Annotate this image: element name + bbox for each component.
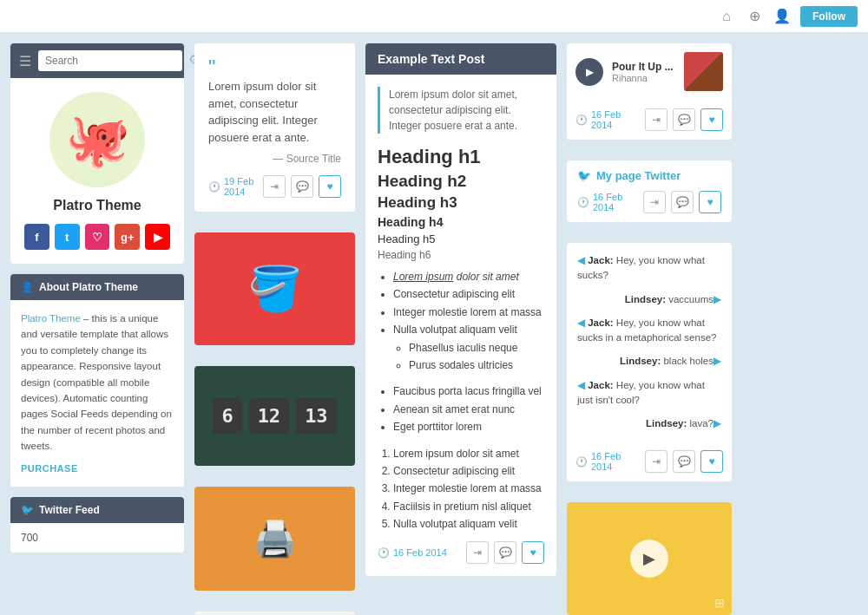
quote-card: " Lorem ipsum dolor sit amet, consectetu… xyxy=(194,43,355,212)
share-btn[interactable]: ⇥ xyxy=(466,541,489,564)
comment-button[interactable]: 💬 xyxy=(291,175,313,198)
music-post-footer: 🕐 16 Feb 2014 ⇥ 💬 ♥ xyxy=(575,108,723,131)
twitter-link[interactable]: 🐦 My page Twitter xyxy=(577,169,721,182)
clock-icon-chat: 🕐 xyxy=(575,456,588,468)
music-artist: Rihanna xyxy=(612,73,675,83)
social-icons: f t ♡ g+ ▶ xyxy=(24,224,170,250)
clock-num-3: 13 xyxy=(296,398,337,434)
top-navigation: ⌂ ⊕ 👤 Follow xyxy=(0,0,868,33)
chat-line-5: ◀ Jack: Hey, you know what just isn't co… xyxy=(577,378,721,409)
like-btn[interactable]: ♥ xyxy=(522,541,544,564)
like-music[interactable]: ♥ xyxy=(700,108,723,131)
about-link[interactable]: Platro Theme xyxy=(21,313,81,324)
search-profile-block: ☰ 🔍 🐙 Platro Theme f t ♡ g+ ▶ xyxy=(10,43,184,264)
user-icon[interactable]: 👤 xyxy=(773,7,792,26)
music-thumbnail xyxy=(684,52,723,91)
comment-btn[interactable]: 💬 xyxy=(494,541,516,564)
chat-line-2: Lindsey: vaccuums ▶ xyxy=(577,292,721,307)
share-chat[interactable]: ⇥ xyxy=(645,450,667,473)
grid-icon: ⊞ xyxy=(714,596,725,610)
chat-date: 🕐 16 Feb 2014 xyxy=(575,451,638,472)
twitter-feed-card: 🐦 Twitter Feed 700 xyxy=(10,497,184,553)
clock-num-2: 12 xyxy=(249,398,290,434)
clock-card: 6 12 13 xyxy=(194,366,355,466)
list-item: Eget porttitor lorem xyxy=(393,418,544,435)
heading-h4: Heading h4 xyxy=(378,215,544,229)
ol-item: Lorem ipsum dolor sit amet xyxy=(393,445,544,462)
music-actions: ⇥ 💬 ♥ xyxy=(645,108,723,131)
home-icon[interactable]: ⌂ xyxy=(717,7,736,26)
comment-twitter[interactable]: 💬 xyxy=(671,191,694,213)
orange-card[interactable]: 🖨️ xyxy=(194,487,355,591)
facebook-icon[interactable]: f xyxy=(24,224,49,250)
text-post-date: 🕐 16 Feb 2014 xyxy=(378,547,447,559)
chat-actions: ⇥ 💬 ♥ xyxy=(645,450,723,473)
instagram-icon[interactable]: ♡ xyxy=(85,224,110,250)
chat-card: ◀ Jack: Hey, you know what sucks? Lindse… xyxy=(567,243,732,481)
chat-line-3: ◀ Jack: Hey, you know what sucks in a me… xyxy=(577,316,721,346)
googleplus-icon[interactable]: g+ xyxy=(115,224,140,250)
comment-music[interactable]: 💬 xyxy=(673,108,695,131)
heading-h1: Heading h1 xyxy=(378,146,544,168)
broom-image: 🪣 xyxy=(194,232,355,345)
follow-button[interactable]: Follow xyxy=(800,6,858,27)
music-footer: 🕐 16 Feb 2014 ⇥ 💬 ♥ xyxy=(567,108,732,140)
music-title: Pour It Up ... xyxy=(612,61,675,73)
blockquote: Lorem ipsum dolor sit amet, consectetur … xyxy=(378,87,544,134)
toaster-icon: 🖨️ xyxy=(253,519,297,559)
heading-h6: Heading h6 xyxy=(378,249,544,261)
video-play-button[interactable]: ▶ xyxy=(630,540,668,578)
clock-num-1: 6 xyxy=(213,398,241,434)
chat-arrow-left-3: ◀ xyxy=(577,380,585,390)
like-chat[interactable]: ♥ xyxy=(700,450,723,473)
heading-h3: Heading h3 xyxy=(378,194,544,212)
list-item: Lorem ipsum dolor sit amet xyxy=(393,268,544,285)
image-card-broom[interactable]: 🪣 xyxy=(194,232,355,345)
chat-arrow-left-1: ◀ xyxy=(577,255,585,265)
youtube-icon[interactable]: ▶ xyxy=(145,224,170,250)
twitter-icon[interactable]: t xyxy=(55,224,80,250)
text-post-body: Lorem ipsum dolor sit amet, consectetur … xyxy=(365,75,556,576)
share-button[interactable]: ⇥ xyxy=(263,175,286,198)
video-card[interactable]: ▶ ⊞ xyxy=(567,502,732,615)
like-button[interactable]: ♥ xyxy=(319,175,341,198)
list-item: Faucibus porta lacus fringilla vel xyxy=(393,383,544,400)
column-2: " Lorem ipsum dolor sit amet, consectetu… xyxy=(194,43,355,615)
share-music[interactable]: ⇥ xyxy=(645,108,667,131)
text-post-footer: 🕐 16 Feb 2014 ⇥ 💬 ♥ xyxy=(378,541,544,564)
twitter-link-date: 🕐 16 Feb 2014 xyxy=(577,192,636,213)
comment-chat[interactable]: 💬 xyxy=(673,450,695,473)
share-twitter[interactable]: ⇥ xyxy=(643,191,666,213)
quote-date: 🕐 19 Feb 2014 xyxy=(208,176,256,197)
clock-icon-music: 🕐 xyxy=(575,114,588,126)
profile-name: Platro Theme xyxy=(24,198,170,213)
list-item: Integer molestie lorem at massa xyxy=(393,304,544,321)
chat-speaker-2: Lindsey: xyxy=(625,294,666,304)
chat-post-footer: 🕐 16 Feb 2014 ⇥ 💬 ♥ xyxy=(575,450,723,473)
chat-speaker-3: Jack: xyxy=(588,317,613,328)
chat-line-4: Lindsey: black holes ▶ xyxy=(577,354,721,369)
chat-arrow-right-1: ▶ xyxy=(713,292,721,307)
toaster-image: 🖨️ xyxy=(194,487,355,591)
ol-item: Faciilsis in pretium nisl aliquet xyxy=(393,498,544,515)
chat-speaker-5: Jack: xyxy=(588,380,613,390)
column-3: Example Text Post Lorem ipsum dolor sit … xyxy=(365,43,556,576)
play-button[interactable]: ▶ xyxy=(575,58,603,86)
right-column: ▶ Pour It Up ... Rihanna 🕐 16 Feb 2014 ⇥… xyxy=(567,43,732,615)
search-input[interactable] xyxy=(38,50,182,71)
like-twitter[interactable]: ♥ xyxy=(699,191,721,213)
quote-footer: 🕐 19 Feb 2014 ⇥ 💬 ♥ xyxy=(208,175,341,198)
quote-source: — Source Title xyxy=(208,153,341,165)
about-card: 👤 About Platro Theme Platro Theme – this… xyxy=(10,274,184,487)
chat-speaker-4: Lindsey: xyxy=(620,356,661,366)
purchase-link[interactable]: PURCHASE xyxy=(21,461,174,477)
add-icon[interactable]: ⊕ xyxy=(745,7,764,26)
list-item: Nulla volutpat aliquam velit Phasellus i… xyxy=(393,321,544,374)
wall-clock-image: 🕐 xyxy=(194,612,355,615)
user-icon-about: 👤 xyxy=(21,281,34,293)
flip-clock: 6 12 13 xyxy=(194,366,355,466)
hamburger-icon[interactable]: ☰ xyxy=(19,53,31,69)
list-item: Consectetur adipiscing elit xyxy=(393,285,544,303)
chat-line-6: Lindsey: lava? ▶ xyxy=(577,416,721,431)
wall-clock-card[interactable]: 🕐 xyxy=(194,612,355,615)
